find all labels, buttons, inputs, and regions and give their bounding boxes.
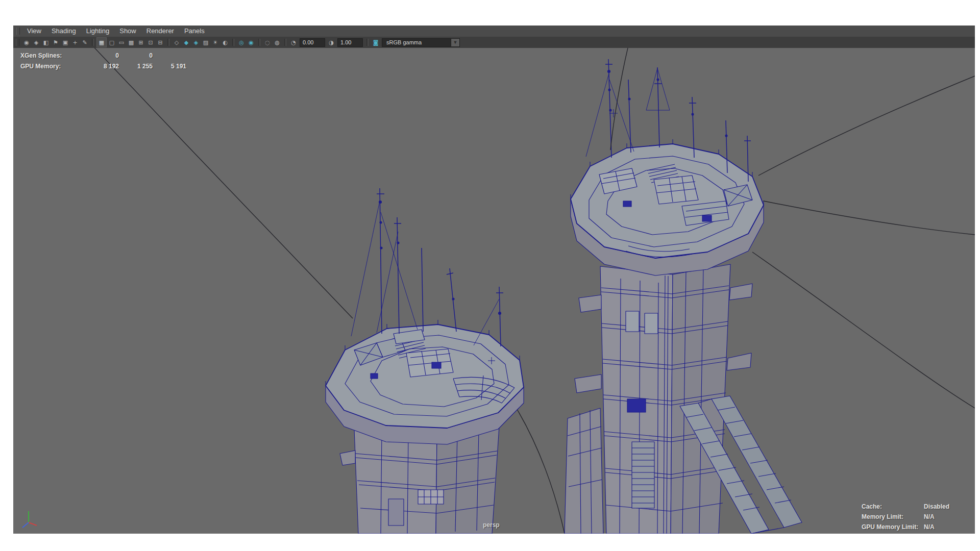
axis-orientation-gizmo — [17, 504, 44, 531]
view-transform-value: sRGB gamma — [382, 39, 451, 45]
camera-attributes-icon[interactable]: ◧ — [41, 38, 51, 47]
hud-gpu-memory-limit-value: N/A — [924, 523, 949, 531]
hud-top-left: XGen Splines: 0 0 GPU Memory: 8 192 1 25… — [20, 50, 186, 71]
menu-grip-handle[interactable] — [16, 28, 20, 35]
hud-memory-limit-label: Memory Limit: — [862, 513, 924, 520]
axis-x-line — [29, 522, 37, 525]
gamma-field[interactable]: 1.00 — [337, 38, 363, 47]
gamma-icon[interactable]: ◑ — [327, 38, 336, 47]
hud-memory-limit-value: N/A — [924, 513, 949, 520]
toolbar-separator — [284, 39, 286, 46]
toolbar-grip-handle[interactable] — [16, 39, 19, 46]
camera-lock-icon[interactable]: ◈ — [32, 38, 41, 47]
wireframe-scene — [13, 48, 975, 534]
occlusion-icon[interactable]: ◎ — [237, 38, 246, 47]
bookmark-icon[interactable]: ⚑ — [51, 38, 60, 47]
tower-right-wireframe[interactable] — [565, 59, 802, 534]
menu-lighting[interactable]: Lighting — [81, 26, 115, 37]
camera-name-label: persp — [483, 521, 500, 529]
exposure-icon[interactable]: ◔ — [289, 38, 298, 47]
menu-renderer[interactable]: Renderer — [141, 26, 179, 37]
menu-shading[interactable]: Shading — [46, 26, 81, 37]
menu-panels[interactable]: Panels — [179, 26, 210, 37]
xray-icon[interactable]: ◍ — [273, 38, 282, 47]
toolbar-separator — [232, 39, 234, 46]
hud-cache-label: Cache: — [862, 503, 924, 510]
toolbar-separator — [167, 39, 169, 46]
shadows-icon[interactable]: ◐ — [220, 38, 230, 47]
checker-icon[interactable]: ▨ — [201, 38, 210, 47]
gate-mask-icon[interactable]: ▩ — [127, 38, 136, 47]
camera-select-icon[interactable]: ◉ — [22, 38, 31, 47]
wireframe-icon[interactable]: ◇ — [172, 38, 181, 47]
film-gate-icon[interactable]: ▢ — [107, 38, 116, 47]
menu-view[interactable]: View — [22, 26, 46, 37]
hud-xgen-value-2: 0 — [119, 52, 153, 59]
hud-xgen-value-1: 0 — [91, 52, 119, 59]
annotate-pencil-icon[interactable]: ✎ — [80, 38, 89, 47]
hud-gpu-memory-label: GPU Memory: — [20, 63, 91, 70]
grid-icon[interactable]: ▦ — [96, 37, 107, 47]
safe-action-icon[interactable]: ⊡ — [146, 38, 155, 47]
toolbar-separator — [366, 39, 369, 46]
shaded-icon[interactable]: ◆ — [182, 38, 191, 47]
color-management-icon[interactable]: ◙ — [371, 38, 380, 47]
textured-icon[interactable]: ◈ — [191, 38, 201, 47]
view-transform-select[interactable]: sRGB gamma ▼ — [382, 38, 460, 47]
tower-left-wireframe[interactable] — [326, 188, 524, 534]
toolbar-separator — [258, 39, 260, 46]
hud-xgen-label: XGen Splines: — [20, 52, 91, 59]
panel-menu-bar: View Shading Lighting Show Renderer Pane… — [13, 26, 975, 37]
chevron-down-icon[interactable]: ▼ — [451, 39, 459, 46]
image-plane-icon[interactable]: ▣ — [61, 38, 70, 47]
maya-viewport-panel: View Shading Lighting Show Renderer Pane… — [13, 26, 975, 534]
hud-bottom-right: Cache: Disabled Memory Limit: N/A GPU Me… — [862, 502, 949, 532]
hud-cache-value: Disabled — [924, 503, 949, 510]
menu-show[interactable]: Show — [114, 26, 141, 37]
viewport-3d[interactable]: XGen Splines: 0 0 GPU Memory: 8 192 1 25… — [13, 48, 975, 534]
hud-gpu-memory-value-1: 8 192 — [91, 63, 119, 70]
exposure-field[interactable]: 0.00 — [300, 38, 325, 47]
hud-gpu-memory-value-2: 1 255 — [119, 63, 153, 70]
resolution-gate-icon[interactable]: ▭ — [117, 38, 126, 47]
panel-toolbar: ◉ ◈ ◧ ⚑ ▣ + ✎ ▦ ▢ ▭ ▩ ⊞ ⊡ ⊟ ◇ ◆ ◈ ▨ ☀ ◐ … — [13, 37, 975, 48]
field-chart-icon[interactable]: ⊞ — [136, 38, 145, 47]
safe-title-icon[interactable]: ⊟ — [156, 38, 165, 47]
isolate-select-icon[interactable]: ◌ — [263, 38, 272, 47]
axis-z-line — [22, 522, 29, 528]
use-all-lights-icon[interactable]: ☀ — [211, 38, 220, 47]
toolbar-separator — [92, 39, 94, 46]
pan-zoom-icon[interactable]: + — [70, 38, 80, 47]
hud-gpu-memory-limit-label: GPU Memory Limit: — [862, 523, 924, 531]
hud-gpu-memory-value-3: 5 191 — [153, 63, 186, 70]
motion-blur-icon[interactable]: ◉ — [247, 38, 256, 47]
